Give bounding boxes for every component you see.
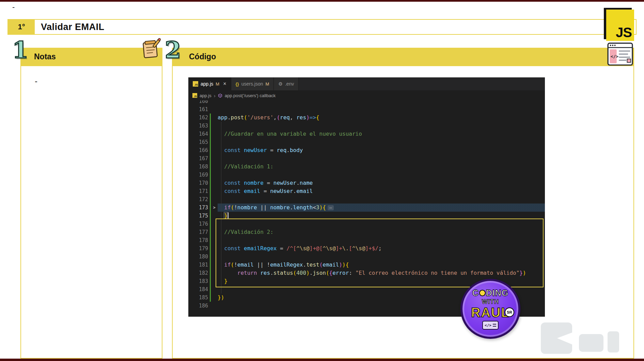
line-number: 160 [188, 101, 208, 105]
lightbulb-icon [479, 290, 486, 296]
code-window-icon: </> [482, 321, 499, 330]
code-line: 173> if(!nombre || nombre.length<3){⋯ [188, 204, 545, 212]
tab-label: users.json [241, 81, 263, 87]
tab-label: .env [285, 81, 294, 87]
breadcrumb: JS app.js › app.post('/users') callback [188, 90, 545, 101]
json-file-icon: {} [236, 81, 239, 87]
line-number: 173 [188, 204, 208, 212]
line-number: 185 [188, 294, 208, 302]
line-number: 183 [188, 277, 208, 285]
browser-code-icon: </> [606, 40, 634, 69]
line-number: 162 [188, 114, 208, 122]
code-line: 178 [188, 236, 545, 244]
line-number: 181 [188, 261, 208, 269]
editor-tab-users.json[interactable]: {}users.jsonM [231, 77, 274, 90]
line-number: 178 [188, 236, 208, 244]
line-number: 184 [188, 285, 208, 294]
notes-dash: - [35, 76, 37, 86]
line-number: 176 [188, 220, 208, 228]
line-number: 186 [188, 302, 208, 310]
line-number: 177 [188, 228, 208, 236]
javascript-logo: JS [606, 10, 634, 41]
modified-badge: M [216, 81, 219, 87]
modified-badge: M [265, 81, 269, 87]
line-number: 179 [188, 244, 208, 253]
breadcrumb-file[interactable]: app.js [200, 93, 211, 98]
notes-label: Notas [34, 48, 56, 65]
line-number: 169 [188, 171, 208, 179]
code-line: 169 [188, 171, 545, 179]
line-number: 164 [188, 130, 208, 138]
memo-icon [140, 37, 162, 59]
sr-badge: SR [505, 307, 514, 317]
line-number: 165 [188, 138, 208, 146]
top-dash: - [12, 3, 15, 12]
code-line: 176 [188, 220, 545, 228]
line-number: 163 [188, 122, 208, 130]
line-number: 170 [188, 179, 208, 187]
sliders-icon [493, 323, 496, 327]
code-line: 182 return res.status(400).json({error: … [188, 269, 545, 277]
title-bar: 1° Validar EMAIL [7, 19, 637, 35]
code-band: Código [172, 48, 634, 65]
code-line: 171 const email = newUser.email [188, 187, 545, 195]
bottom-accent-bar [0, 359, 644, 361]
code-line: 179 const emailRegex = /^[^\s@]+@[^\s@]+… [188, 244, 545, 253]
code-line: 175 } [188, 212, 545, 220]
section-number-1: 1 [12, 36, 28, 63]
line-number: 182 [188, 269, 208, 277]
line-number: 166 [188, 146, 208, 154]
top-accent-bar [0, 0, 644, 2]
code-line: 167 [188, 154, 545, 163]
line-number: 168 [188, 163, 208, 171]
js-file-icon: JS [193, 81, 198, 87]
line-number: 167 [188, 154, 208, 163]
code-line: 168 //Validación 1: [188, 163, 545, 171]
notes-box: - [20, 65, 162, 359]
code-line: 180 [188, 253, 545, 261]
code-line: 165 [188, 138, 545, 146]
code-line: 160 [188, 101, 545, 105]
code-box: JSapp.jsM×{}users.jsonM⚙.env JS app.js ›… [172, 65, 634, 359]
code-line: 162app.post('/users',(req, res)=>{ [188, 114, 545, 122]
title-index: 1° [8, 20, 35, 34]
page-title: Validar EMAIL [35, 20, 105, 34]
symbol-method-icon [218, 93, 222, 98]
logo-line-with: WITH [482, 298, 499, 305]
editor-tabbar: JSapp.jsM×{}users.jsonM⚙.env [188, 77, 545, 90]
line-number: 171 [188, 187, 208, 195]
line-number: 175 [188, 212, 208, 220]
editor-tab-.env[interactable]: ⚙.env [274, 77, 299, 90]
svg-text:</>: </> [611, 54, 618, 59]
logo-line-coding: CDING [472, 288, 509, 298]
line-number: 161 [188, 105, 208, 114]
close-tab-icon[interactable]: × [223, 81, 226, 87]
text-cursor [228, 212, 229, 219]
coding-with-raul-logo: CDING WITH RAUL SR </> [460, 279, 520, 339]
code-line: 172 [188, 195, 545, 204]
section-number-2: 2 [165, 36, 181, 63]
tab-label: app.js [201, 81, 213, 87]
indent-guide [221, 122, 221, 294]
code-line: 181 if(!email || !emailRegex.test(email)… [188, 261, 545, 269]
breadcrumb-separator-icon: › [214, 93, 216, 99]
code-line: 170 const nombre = newUser.name [188, 179, 545, 187]
code-lines: 160161162app.post('/users',(req, res)=>{… [188, 101, 545, 310]
breadcrumb-symbol[interactable]: app.post('/users') callback [225, 93, 276, 98]
editor-tab-app.js[interactable]: JSapp.jsM× [188, 77, 231, 90]
code-line: 177 //Validación 2: [188, 228, 545, 236]
line-number: 172 [188, 195, 208, 204]
slide: - 1° Validar EMAIL JS Notas 1 - Código 2… [0, 0, 644, 361]
fold-chevron-icon[interactable]: > [211, 204, 218, 212]
logo-line-raul: RAUL [471, 306, 510, 319]
code-line: 166 const newUser = req.body [188, 146, 545, 154]
code-line: 164 //Guardar en una variable el nuevo u… [188, 130, 545, 138]
code-line: 163 [188, 122, 545, 130]
code-label: Código [189, 48, 216, 65]
env-file-icon: ⚙ [278, 81, 283, 86]
code-line: 161 [188, 105, 545, 114]
watermark [541, 322, 636, 358]
js-file-icon: JS [192, 93, 197, 98]
line-number: 180 [188, 253, 208, 261]
